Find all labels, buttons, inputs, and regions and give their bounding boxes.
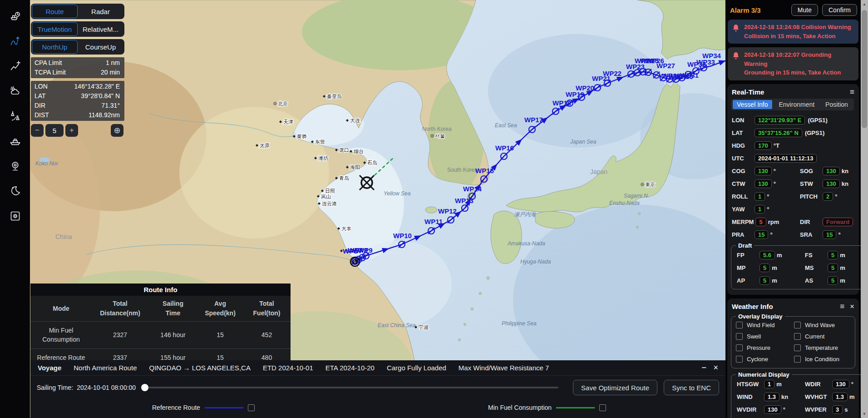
- legend-checkbox-minfuel[interactable]: [599, 404, 606, 411]
- table-row[interactable]: Min Fuel Consumption2327146 hour15452: [30, 322, 291, 349]
- realtime-card: Real-Time ≡ Vessel InfoEnvironmentPositi…: [727, 84, 859, 295]
- voyage-summary-bar: Voyage North America RouteQINGDAO → LOS …: [30, 360, 725, 376]
- sidebar-item-route-edit[interactable]: [4, 54, 26, 79]
- overlay-option: Pressure: [736, 344, 794, 351]
- alarm-item[interactable]: 2024-12-18 13:24:08 Collision WarningCol…: [728, 20, 858, 44]
- menu-icon[interactable]: ≡: [840, 303, 844, 310]
- checkbox-wind-wave[interactable]: [794, 322, 801, 328]
- checkbox-temperature[interactable]: [794, 344, 801, 351]
- svg-text:East China Sea: East China Sea: [378, 322, 416, 328]
- map-area[interactable]: ChinaJapanMongoliaNorth KoreaSouth Korea…: [30, 0, 725, 418]
- column-header: TotalDistance(nm): [92, 296, 148, 322]
- course-up-button[interactable]: CourseUp: [78, 40, 123, 54]
- cpa-limit-label: CPA Limit: [35, 59, 62, 67]
- voyage-panel: Voyage North America RouteQINGDAO → LOS …: [30, 360, 725, 418]
- confirm-button[interactable]: Confirm: [822, 4, 857, 16]
- close-icon[interactable]: ×: [713, 360, 718, 375]
- overlay-option: Wind Wave: [794, 322, 852, 328]
- svg-text:海阳: 海阳: [350, 164, 360, 170]
- scroll-down-icon[interactable]: ▼: [861, 412, 868, 416]
- minimize-icon[interactable]: −: [701, 360, 706, 375]
- svg-text:WP10: WP10: [393, 232, 412, 239]
- mute-button[interactable]: Mute: [791, 4, 818, 16]
- sailing-time-label: Sailing Time:: [37, 384, 73, 391]
- checkbox-cyclone[interactable]: [736, 356, 743, 363]
- tab-environment[interactable]: Environment: [775, 100, 819, 109]
- legend-checkbox-reference[interactable]: [248, 404, 255, 411]
- data-row: FP5.6mFS5m: [732, 249, 861, 262]
- overlay-option: Ice Condition: [794, 356, 852, 363]
- voyage-item: Max Wind/Wave Resistance 7: [459, 364, 549, 372]
- table-row[interactable]: Reference Route2337155 hour15480: [30, 348, 291, 360]
- sailing-time-value: 2024-10-01 08:00:00: [77, 384, 136, 391]
- close-icon[interactable]: ×: [850, 303, 854, 310]
- scrollbar-thumb[interactable]: [862, 10, 867, 128]
- sync-to-enc-button[interactable]: Sync to ENC: [664, 380, 719, 395]
- cpa-limit-value: 1 nm: [106, 59, 120, 67]
- svg-text:WP11: WP11: [424, 218, 443, 225]
- svg-text:宁波: 宁波: [419, 324, 429, 330]
- sailing-time-slider[interactable]: [142, 387, 558, 388]
- svg-text:瀬戸内海: 瀬戸内海: [514, 211, 536, 218]
- slider-thumb[interactable]: [141, 384, 148, 391]
- sidebar-item-surveillance[interactable]: [4, 154, 26, 179]
- center-ship-button[interactable]: ⊕: [111, 124, 123, 137]
- svg-text:Japan Sea: Japan Sea: [570, 139, 597, 145]
- checkbox-current[interactable]: [794, 333, 801, 340]
- svg-text:Enshu-Nada: Enshu-Nada: [609, 200, 640, 206]
- overlay-option: Wind Field: [736, 322, 794, 328]
- checkbox-pressure[interactable]: [736, 344, 743, 351]
- north-up-button[interactable]: NorthUp: [32, 40, 78, 54]
- route-mode-button[interactable]: Route: [32, 5, 78, 18]
- overlay-display-legend: Overlay Display: [736, 313, 785, 320]
- sidebar-item-fleet-monitor[interactable]: [4, 4, 26, 29]
- sidebar-item-settings[interactable]: [4, 204, 26, 229]
- checkbox-ice-condition[interactable]: [794, 356, 801, 363]
- overlay-option: Current: [794, 333, 852, 340]
- svg-text:北京: 北京: [277, 101, 288, 106]
- voyage-items: North America RouteQINGDAO → LOS ANGELES…: [74, 364, 549, 372]
- scroll-up-icon[interactable]: ▲: [861, 2, 868, 6]
- data-row: UTC2024-01-01 11:12:13: [727, 152, 859, 165]
- sidebar-item-navigation-marks[interactable]: [4, 104, 26, 129]
- sidebar-item-weather[interactable]: [4, 79, 26, 104]
- cursor-info-panel: LON146°14'32.28" E LAT39°28'0.84" N DIR7…: [31, 81, 124, 121]
- checkbox-wind-field[interactable]: [736, 322, 743, 328]
- svg-text:South Korea: South Korea: [447, 167, 478, 173]
- svg-text:天津: 天津: [283, 119, 293, 124]
- data-row: MERPM5rpmDIRForward: [727, 216, 859, 229]
- svg-text:WP34: WP34: [702, 52, 721, 60]
- sidebar-item-night-mode[interactable]: [4, 179, 26, 204]
- overlay-option: Swell: [736, 333, 794, 340]
- legend-line-green: [556, 407, 595, 408]
- sidebar-item-route-optimization[interactable]: [4, 29, 26, 54]
- alarm-title: Alarm 3/3: [730, 6, 787, 14]
- sidebar-item-vessel[interactable]: [4, 129, 26, 154]
- cursor-dir-value: 71.31°: [101, 102, 120, 109]
- svg-text:WP17: WP17: [524, 116, 543, 124]
- svg-text:China: China: [55, 233, 72, 240]
- save-optimized-route-button[interactable]: Save Optimized Route: [573, 380, 657, 395]
- tab-position[interactable]: Position: [821, 100, 852, 109]
- zoom-out-button[interactable]: −: [31, 124, 44, 137]
- moon-icon: [9, 185, 21, 197]
- bell-icon: [731, 24, 740, 33]
- svg-text:黄骅: 黄骅: [297, 134, 307, 139]
- checkbox-swell[interactable]: [736, 333, 743, 340]
- alarm-header: Alarm 3/3 Mute Confirm: [725, 0, 861, 20]
- app-root: ChinaJapanMongoliaNorth KoreaSouth Korea…: [0, 0, 868, 418]
- tab-vessel-info[interactable]: Vessel Info: [733, 100, 772, 109]
- true-motion-button[interactable]: TrueMotion: [32, 22, 78, 36]
- svg-text:서울: 서울: [435, 133, 445, 139]
- radar-mode-button[interactable]: Radar: [78, 5, 123, 18]
- right-scrollbar[interactable]: ▲ ▼: [861, 0, 868, 418]
- data-row: WIND1.3knWVHGT1.3m: [732, 391, 861, 403]
- svg-text:大连: 大连: [350, 118, 360, 123]
- relative-motion-button[interactable]: RelativeM...: [78, 22, 123, 36]
- voyage-item: QINGDAO → LOS ANGELES,CA: [149, 364, 250, 372]
- alarm-item[interactable]: 2024-12-18 10:22:07 Grounding WarningGro…: [728, 47, 858, 80]
- zoom-in-button[interactable]: +: [65, 124, 78, 137]
- menu-icon[interactable]: ≡: [850, 88, 854, 96]
- svg-text:North Korea: North Korea: [422, 126, 452, 132]
- svg-text:秦皇岛: 秦皇岛: [327, 94, 342, 99]
